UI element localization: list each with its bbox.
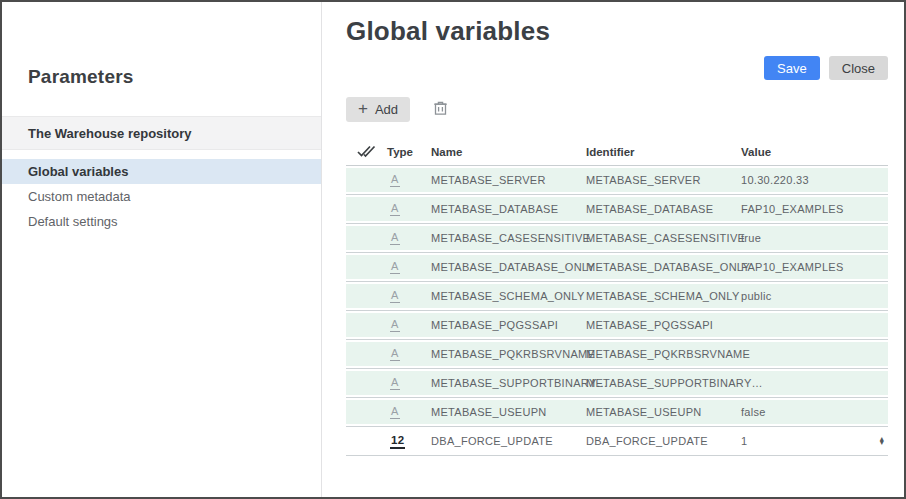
sidebar-item-custom-metadata[interactable]: Custom metadata bbox=[2, 184, 321, 209]
table-body: A METABASE_SERVER METABASE_SERVER 10.30.… bbox=[346, 166, 888, 456]
sidebar-item-global-variables[interactable]: Global variables bbox=[2, 159, 321, 184]
row-value-cell: true ▴▾ bbox=[741, 232, 888, 244]
type-icon: A bbox=[390, 376, 400, 390]
table-row[interactable]: A METABASE_SCHEMA_ONLY METABASE_SCHEMA_O… bbox=[346, 282, 888, 311]
table-row[interactable]: A METABASE_SERVER METABASE_SERVER 10.30.… bbox=[346, 166, 888, 195]
row-name-cell: METABASE_CASESENSITIVE bbox=[431, 232, 586, 244]
table-row[interactable]: A METABASE_PQGSSAPI METABASE_PQGSSAPI ▴▾ bbox=[346, 311, 888, 340]
row-value-cell: FAP10_EXAMPLES ▴▾ bbox=[741, 203, 888, 215]
sidebar-item-label: Default settings bbox=[28, 214, 118, 229]
row-identifier-cell: METABASE_PQKRBSRVNAME bbox=[586, 348, 741, 360]
type-icon: A bbox=[390, 289, 400, 303]
sidebar-item-label: Custom metadata bbox=[28, 189, 131, 204]
row-type-cell: A bbox=[386, 202, 431, 216]
table-row[interactable]: A METABASE_DATABASE_ONLY METABASE_DATABA… bbox=[346, 253, 888, 282]
row-name-cell: METABASE_SCHEMA_ONLY bbox=[431, 290, 586, 302]
main-panel: Global variables Save Close + Add bbox=[322, 2, 904, 497]
row-identifier-cell: METABASE_PQGSSAPI bbox=[586, 319, 741, 331]
table-header: Type Name Identifier Value bbox=[346, 139, 888, 166]
variables-table: Type Name Identifier Value A METABASE_SE… bbox=[346, 139, 888, 456]
table-row[interactable]: A METABASE_SUPPORTBINARY… METABASE_SUPPO… bbox=[346, 369, 888, 398]
add-button-label: Add bbox=[375, 102, 398, 117]
column-header-type: Type bbox=[386, 146, 431, 158]
row-name-cell: METABASE_PQGSSAPI bbox=[431, 319, 586, 331]
column-header-value: Value bbox=[741, 146, 888, 158]
add-variable-button[interactable]: + Add bbox=[346, 97, 410, 122]
row-identifier-cell: METABASE_SUPPORTBINARY… bbox=[586, 377, 741, 389]
sidebar-item-label: Global variables bbox=[28, 164, 128, 179]
row-value-cell: FAP10_EXAMPLES ▴▾ bbox=[741, 261, 888, 273]
row-identifier-cell: METABASE_DATABASE bbox=[586, 203, 741, 215]
table-row[interactable]: A METABASE_DATABASE METABASE_DATABASE FA… bbox=[346, 195, 888, 224]
row-identifier-cell: METABASE_SCHEMA_ONLY bbox=[586, 290, 741, 302]
row-value-cell: public ▴▾ bbox=[741, 290, 888, 302]
type-icon: 12 bbox=[390, 434, 405, 449]
row-type-cell: 12 bbox=[386, 434, 431, 449]
delete-variable-button[interactable] bbox=[433, 100, 448, 119]
row-identifier-cell: METABASE_SERVER bbox=[586, 174, 741, 186]
row-name-cell: METABASE_USEUPN bbox=[431, 406, 586, 418]
row-identifier-cell: METABASE_USEUPN bbox=[586, 406, 741, 418]
type-icon: A bbox=[390, 405, 400, 419]
row-identifier-cell: DBA_FORCE_UPDATE bbox=[586, 435, 741, 447]
row-identifier-cell: METABASE_CASESENSITIVE bbox=[586, 232, 741, 244]
row-name-cell: METABASE_PQKRBSRVNAME bbox=[431, 348, 586, 360]
value-stepper[interactable]: ▴▾ bbox=[880, 437, 884, 446]
select-all-icon[interactable] bbox=[357, 145, 376, 160]
page-title: Global variables bbox=[346, 16, 888, 47]
row-type-cell: A bbox=[386, 289, 431, 303]
sidebar-item-default-settings[interactable]: Default settings bbox=[2, 209, 321, 234]
row-type-cell: A bbox=[386, 376, 431, 390]
row-type-cell: A bbox=[386, 231, 431, 245]
row-name-cell: METABASE_DATABASE bbox=[431, 203, 586, 215]
sidebar-title: Parameters bbox=[28, 66, 321, 88]
type-icon: A bbox=[390, 202, 400, 216]
row-type-cell: A bbox=[386, 318, 431, 332]
row-name-cell: DBA_FORCE_UPDATE bbox=[431, 435, 586, 447]
type-icon: A bbox=[390, 173, 400, 187]
type-icon: A bbox=[390, 260, 400, 274]
row-type-cell: A bbox=[386, 173, 431, 187]
save-button[interactable]: Save bbox=[764, 56, 820, 80]
action-buttons: Save Close bbox=[346, 56, 888, 80]
sidebar-nav: Global variables Custom metadata Default… bbox=[2, 159, 321, 234]
table-row[interactable]: A METABASE_CASESENSITIVE METABASE_CASESE… bbox=[346, 224, 888, 253]
row-value-cell: 1 ▴▾ bbox=[741, 435, 888, 447]
type-icon: A bbox=[390, 318, 400, 332]
table-row[interactable]: A METABASE_USEUPN METABASE_USEUPN false … bbox=[346, 398, 888, 427]
parameters-window: Parameters The Warehouse repository Glob… bbox=[0, 0, 906, 499]
trash-icon bbox=[433, 100, 448, 119]
row-value-cell: false ▴▾ bbox=[741, 406, 888, 418]
row-identifier-cell: METABASE_DATABASE_ONLY bbox=[586, 261, 741, 273]
row-name-cell: METABASE_DATABASE_ONLY bbox=[431, 261, 586, 273]
column-header-name: Name bbox=[431, 146, 586, 158]
row-name-cell: METABASE_SERVER bbox=[431, 174, 586, 186]
table-row[interactable]: 12 DBA_FORCE_UPDATE DBA_FORCE_UPDATE 1 ▴… bbox=[346, 427, 888, 456]
sidebar-item-repository[interactable]: The Warehouse repository bbox=[2, 116, 321, 150]
row-name-cell: METABASE_SUPPORTBINARY… bbox=[431, 377, 586, 389]
close-button[interactable]: Close bbox=[829, 56, 888, 80]
table-row[interactable]: A METABASE_PQKRBSRVNAME METABASE_PQKRBSR… bbox=[346, 340, 888, 369]
row-type-cell: A bbox=[386, 405, 431, 419]
table-toolbar: + Add bbox=[346, 97, 888, 122]
repository-label: The Warehouse repository bbox=[28, 126, 192, 141]
plus-icon: + bbox=[358, 99, 368, 119]
column-header-identifier: Identifier bbox=[586, 146, 741, 158]
sidebar: Parameters The Warehouse repository Glob… bbox=[2, 2, 322, 497]
row-type-cell: A bbox=[386, 347, 431, 361]
row-value-cell: 10.30.220.33 ▴▾ bbox=[741, 174, 888, 186]
type-icon: A bbox=[390, 231, 400, 245]
row-type-cell: A bbox=[386, 260, 431, 274]
type-icon: A bbox=[390, 347, 400, 361]
